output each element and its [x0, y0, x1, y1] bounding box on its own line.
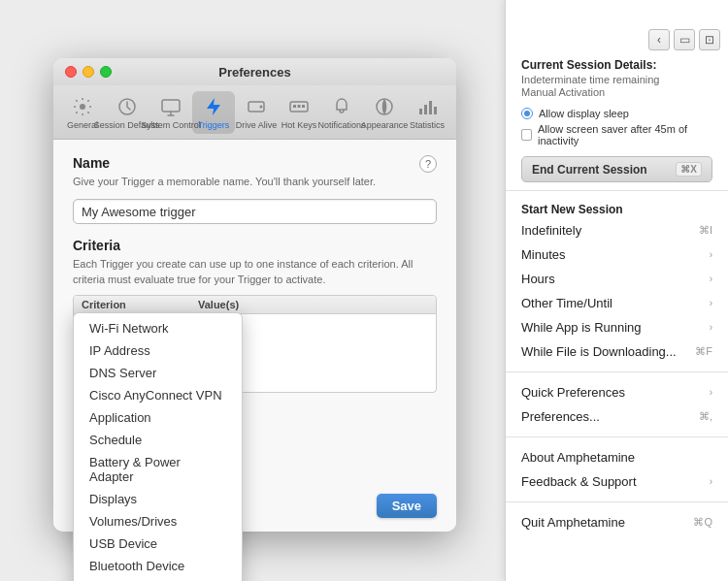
nav-window-btn[interactable]: ⊡ [699, 29, 720, 50]
statistics-icon [415, 95, 439, 118]
menu-application[interactable]: Application [74, 406, 242, 429]
title-bar: Preferences [53, 58, 456, 85]
menu-item-quit[interactable]: Quit Amphetamine ⌘Q [506, 510, 728, 534]
allow-screen-saver-label: Allow screen saver after 45m of inactivi… [538, 123, 712, 146]
menu-item-about[interactable]: About Amphetamine [506, 445, 728, 469]
menu-dns-server[interactable]: DNS Server [74, 362, 242, 384]
svg-rect-8 [302, 105, 305, 108]
triggers-label: Triggers [198, 120, 230, 130]
toolbar-notifications[interactable]: Notifications [320, 91, 363, 134]
menu-item-minutes[interactable]: Minutes › [506, 242, 728, 267]
svg-rect-10 [419, 109, 422, 114]
drive-alive-icon [245, 95, 268, 118]
appearance-label: Appearance [361, 120, 409, 130]
menu-usb-device[interactable]: USB Device [74, 533, 242, 555]
feedback-label: Feedback & Support [521, 474, 637, 489]
allow-display-sleep-option[interactable]: Allow display sleep [506, 106, 728, 121]
while-file-label: While File is Downloading... [521, 344, 677, 359]
divider-4 [506, 501, 728, 502]
criteria-description: Each Trigger you create can use up to on… [73, 257, 437, 287]
allow-display-sleep-radio[interactable] [521, 108, 533, 119]
divider-3 [506, 436, 728, 437]
svg-rect-6 [293, 105, 296, 108]
menu-item-feedback[interactable]: Feedback & Support › [506, 469, 728, 494]
notifications-label: Notifications [317, 120, 365, 130]
menu-volumes-drives[interactable]: Volumes/Drives [74, 510, 242, 533]
triggers-icon [202, 95, 225, 118]
end-session-shortcut: ⌘X [676, 162, 702, 177]
appearance-icon [373, 95, 396, 118]
menu-ip-address[interactable]: IP Address [74, 339, 242, 362]
system-control-icon [159, 95, 182, 118]
svg-rect-7 [298, 105, 301, 108]
hours-label: Hours [521, 272, 555, 286]
minutes-label: Minutes [521, 247, 566, 262]
name-section-description: Give your Trigger a memorable name. You'… [73, 175, 437, 189]
menu-cisco-vpn[interactable]: Cisco AnyConnect VPN [74, 384, 242, 406]
svg-rect-12 [429, 101, 432, 114]
quick-prefs-label: Quick Preferences [521, 385, 625, 400]
name-help-button[interactable]: ? [419, 155, 437, 173]
drive-alive-label: Drive Alive [236, 120, 278, 130]
menu-item-while-app[interactable]: While App is Running › [506, 315, 728, 339]
criterion-column-header: Criterion [82, 299, 198, 310]
minutes-chevron: › [710, 249, 712, 260]
maximize-button[interactable] [100, 66, 112, 78]
other-time-chevron: › [710, 298, 712, 308]
nav-back-btn[interactable]: ‹ [648, 29, 670, 50]
allow-screen-saver-checkbox[interactable] [521, 129, 532, 141]
end-session-label: End Current Session [532, 163, 647, 177]
divider-1 [506, 190, 728, 191]
svg-rect-2 [162, 100, 180, 112]
toolbar-appearance[interactable]: Appearance [363, 91, 406, 134]
hot-keys-label: Hot Keys [281, 120, 317, 130]
session-title: Current Session Details: [506, 58, 728, 72]
name-section-title: Name [73, 155, 110, 171]
toolbar-statistics[interactable]: Statistics [406, 91, 448, 134]
menu-item-hours[interactable]: Hours › [506, 267, 728, 291]
menu-item-quick-prefs[interactable]: Quick Preferences › [506, 380, 728, 404]
toolbar-hot-keys[interactable]: Hot Keys [278, 91, 320, 134]
feedback-chevron: › [710, 476, 712, 487]
toolbar-triggers[interactable]: Triggers [192, 91, 235, 134]
nav-square-btn[interactable]: ▭ [674, 29, 695, 50]
notifications-icon [330, 95, 353, 118]
while-app-chevron: › [710, 322, 712, 333]
value-column-header: Value(s) [198, 299, 239, 310]
close-button[interactable] [65, 66, 77, 78]
menu-bluetooth-device[interactable]: Bluetooth Device [74, 555, 242, 577]
svg-rect-13 [434, 107, 437, 114]
menu-item-while-file[interactable]: While File is Downloading... ⌘F [506, 339, 728, 364]
quit-shortcut: ⌘Q [693, 516, 712, 529]
svg-rect-11 [424, 105, 427, 114]
save-button[interactable]: Save [377, 494, 437, 518]
menu-audio-output[interactable]: Audio Output [74, 577, 242, 581]
menu-item-other-time[interactable]: Other Time/Until › [506, 291, 728, 315]
svg-point-4 [260, 105, 263, 108]
toolbar-system-control[interactable]: System Control [149, 91, 192, 134]
menu-item-preferences[interactable]: Preferences... ⌘, [506, 404, 728, 429]
menu-schedule[interactable]: Schedule [74, 429, 242, 451]
traffic-lights [65, 66, 112, 78]
session-defaults-icon [116, 95, 139, 118]
criterion-dropdown-menu: Wi-Fi Network IP Address DNS Server Cisc… [73, 312, 243, 581]
about-label: About Amphetamine [521, 450, 635, 465]
toolbar-drive-alive[interactable]: Drive Alive [235, 91, 278, 134]
menu-wifi-network[interactable]: Wi-Fi Network [74, 317, 242, 339]
end-session-button[interactable]: End Current Session ⌘X [521, 156, 712, 182]
menu-displays[interactable]: Displays [74, 488, 242, 510]
menu-battery-power[interactable]: Battery & Power Adapter [74, 451, 242, 488]
menu-item-indefinitely[interactable]: Indefinitely ⌘I [506, 218, 728, 242]
while-file-shortcut: ⌘F [695, 345, 712, 358]
minimize-button[interactable] [83, 66, 94, 78]
session-activation: Manual Activation [506, 86, 728, 98]
quick-prefs-chevron: › [710, 387, 712, 398]
indefinitely-shortcut: ⌘I [699, 224, 712, 237]
start-new-session-title: Start New Session [506, 199, 728, 218]
window-title: Preferences [218, 65, 290, 80]
svg-point-0 [80, 104, 85, 110]
trigger-name-input[interactable] [73, 199, 437, 224]
other-time-label: Other Time/Until [521, 296, 612, 310]
quit-label: Quit Amphetamine [521, 515, 625, 530]
session-panel: ‹ ▭ ⊡ Current Session Details: Indetermi… [505, 0, 728, 581]
